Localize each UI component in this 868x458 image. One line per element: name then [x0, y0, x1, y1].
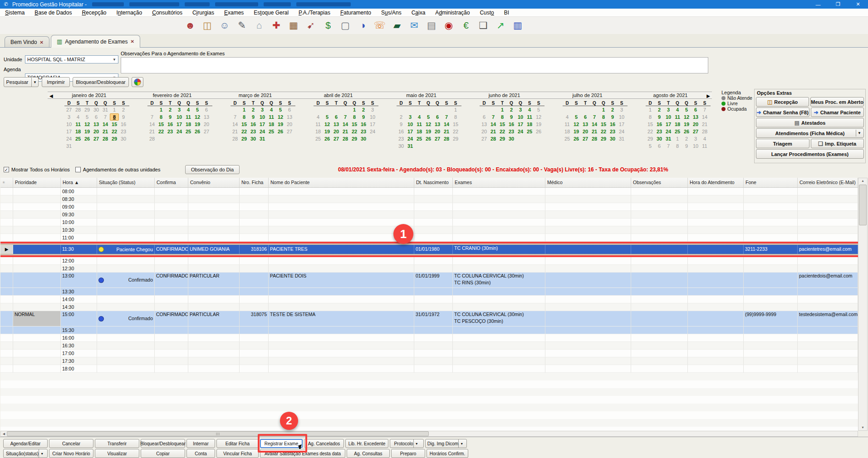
- menu-cirurgias[interactable]: Cirurgias: [187, 10, 219, 16]
- scroll-down-icon[interactable]: ▼: [858, 425, 867, 430]
- chat-icon[interactable]: ✉: [406, 19, 423, 32]
- calendar-day[interactable]: 29: [599, 135, 608, 142]
- meus-proc-em-aberto-button[interactable]: Meus Proc. em Aberto: [810, 97, 864, 107]
- calendar-day[interactable]: 3: [175, 106, 184, 113]
- records-folder-icon[interactable]: ◫: [199, 19, 216, 32]
- column-header-marker[interactable]: ✳: [0, 178, 13, 187]
- calendar-day[interactable]: 27: [202, 128, 211, 135]
- calendar-day[interactable]: 21: [489, 128, 498, 135]
- calendar-day[interactable]: 11: [314, 121, 323, 128]
- calendar-day[interactable]: 16: [507, 121, 516, 128]
- schedule-row[interactable]: 15:30: [0, 326, 858, 334]
- calendar-day[interactable]: 6: [691, 106, 700, 113]
- calendar-day[interactable]: 9: [166, 113, 175, 121]
- calendar-day[interactable]: 4: [184, 106, 193, 113]
- calendar-day[interactable]: 7: [664, 142, 673, 150]
- calendar-day[interactable]: 5: [424, 113, 433, 121]
- calendar-day[interactable]: 26: [83, 135, 92, 142]
- calendar-day[interactable]: 23: [166, 128, 175, 135]
- chevron-down-icon[interactable]: ▼: [458, 439, 465, 448]
- calendar-day[interactable]: 7: [700, 106, 709, 113]
- calendar-day[interactable]: 18: [673, 121, 682, 128]
- calendar-day[interactable]: 11: [673, 113, 682, 121]
- calendar-day[interactable]: 15: [498, 121, 507, 128]
- calendar-day[interactable]: 14: [590, 121, 599, 128]
- menu-interna-o[interactable]: Internação: [111, 10, 147, 16]
- calendar-day[interactable]: 10: [175, 113, 184, 121]
- calendar-day[interactable]: 10: [664, 113, 673, 121]
- calendar-day[interactable]: 5: [682, 106, 691, 113]
- column-header-hora[interactable]: Hora ▲: [61, 178, 97, 187]
- scrollbar-thumb[interactable]: [859, 185, 867, 225]
- calendar-day[interactable]: 24: [175, 128, 184, 135]
- calendar-day[interactable]: 28: [74, 106, 83, 113]
- calendar-day[interactable]: 5: [572, 113, 581, 121]
- dig-img-dicom-button[interactable]: Dig. Img Dicom▼: [425, 439, 467, 448]
- column-header-m-dico[interactable]: Médico: [545, 178, 631, 187]
- calendar-day[interactable]: 2: [608, 106, 617, 113]
- calendar-day[interactable]: 17: [368, 121, 377, 128]
- calendar-day[interactable]: 13: [433, 121, 442, 128]
- doctor-icon[interactable]: ☺: [216, 19, 233, 32]
- calendar-day[interactable]: 7: [489, 113, 498, 121]
- calendar-day[interactable]: 18: [74, 128, 83, 135]
- calendar-day[interactable]: 14: [341, 121, 350, 128]
- calendar-day[interactable]: 18: [184, 121, 193, 128]
- menu-base-de-dados[interactable]: Base de Dados: [29, 10, 77, 16]
- calendar-day[interactable]: 20: [202, 121, 211, 128]
- schedule-row-appointment[interactable]: 13:00ConfirmadoCONFIRMADOPARTICULARPACIE…: [0, 273, 858, 288]
- calendar-day[interactable]: 5: [193, 106, 202, 113]
- schedule-row[interactable]: [0, 404, 858, 411]
- calendar-day[interactable]: 27: [64, 106, 74, 113]
- calendar-day[interactable]: 30: [507, 135, 516, 142]
- recepcao-button[interactable]: ◫Recepção: [756, 97, 809, 107]
- schedule-row[interactable]: [0, 411, 858, 419]
- atestados-button[interactable]: ▤Atestados: [756, 118, 864, 127]
- menu-sus-ans[interactable]: Sus/Ans: [376, 10, 407, 16]
- calendar-day[interactable]: 19: [534, 121, 543, 128]
- calendar-day[interactable]: 19: [424, 128, 433, 135]
- calendar-day[interactable]: 30: [397, 142, 406, 150]
- calendar-day[interactable]: 23: [397, 135, 406, 142]
- calendar-day[interactable]: 10: [691, 142, 700, 150]
- calendar-day[interactable]: 7: [341, 113, 350, 121]
- calendar-day[interactable]: 24: [64, 135, 74, 142]
- calendar-day[interactable]: 26: [323, 135, 332, 142]
- calendar-day[interactable]: 29: [451, 135, 460, 142]
- calendar-day[interactable]: 30: [608, 135, 617, 142]
- schedule-row-selected[interactable]: ▶11:30Paciente ChegouCONFIRMADOUNIMED GO…: [0, 242, 858, 257]
- copiar-button[interactable]: Copiar: [141, 449, 185, 458]
- calendar-day[interactable]: 3: [516, 106, 525, 113]
- finance-chart-icon[interactable]: ◑: [354, 19, 371, 32]
- calendar-day[interactable]: 12: [534, 113, 543, 121]
- calendar-day[interactable]: 31: [64, 142, 74, 150]
- calendar-day[interactable]: 27: [285, 128, 294, 135]
- calendar-day[interactable]: 25: [563, 135, 572, 142]
- calendar-day[interactable]: 1: [451, 106, 460, 113]
- tab-bem-vindo[interactable]: Bem Vindo✕: [5, 36, 49, 48]
- calendar-day[interactable]: 2: [166, 106, 175, 113]
- calendar-day[interactable]: 23: [655, 128, 664, 135]
- calendar-day[interactable]: 17: [175, 121, 184, 128]
- calendar-day[interactable]: 16: [119, 121, 128, 128]
- calendar-day[interactable]: 9: [682, 142, 691, 150]
- hospital-bed-icon[interactable]: ⌂: [250, 19, 268, 32]
- calendar-day[interactable]: 10: [258, 113, 267, 121]
- cancelar-button[interactable]: Cancelar: [49, 439, 93, 448]
- calendar-day[interactable]: 22: [646, 128, 655, 135]
- report-icon[interactable]: ▤: [423, 19, 440, 32]
- calendar-day[interactable]: 16: [608, 121, 617, 128]
- calendar-day[interactable]: 9: [397, 121, 406, 128]
- calendar-day[interactable]: 29: [83, 106, 92, 113]
- calendar-day[interactable]: 18: [267, 121, 276, 128]
- triagem-button[interactable]: Triagem: [756, 139, 809, 148]
- calendar-day[interactable]: 8: [240, 113, 249, 121]
- calendar-day[interactable]: 28: [230, 135, 240, 142]
- horarios-confirm-button[interactable]: Horários Confirm.: [427, 449, 468, 458]
- calendar-day[interactable]: 23: [507, 128, 516, 135]
- calendar-day[interactable]: 1: [240, 106, 249, 113]
- calendar-day[interactable]: 13: [202, 113, 211, 121]
- chevron-down-icon[interactable]: ▼: [39, 449, 45, 458]
- calendar-day[interactable]: 8: [451, 113, 460, 121]
- calendar-day[interactable]: 4: [563, 113, 572, 121]
